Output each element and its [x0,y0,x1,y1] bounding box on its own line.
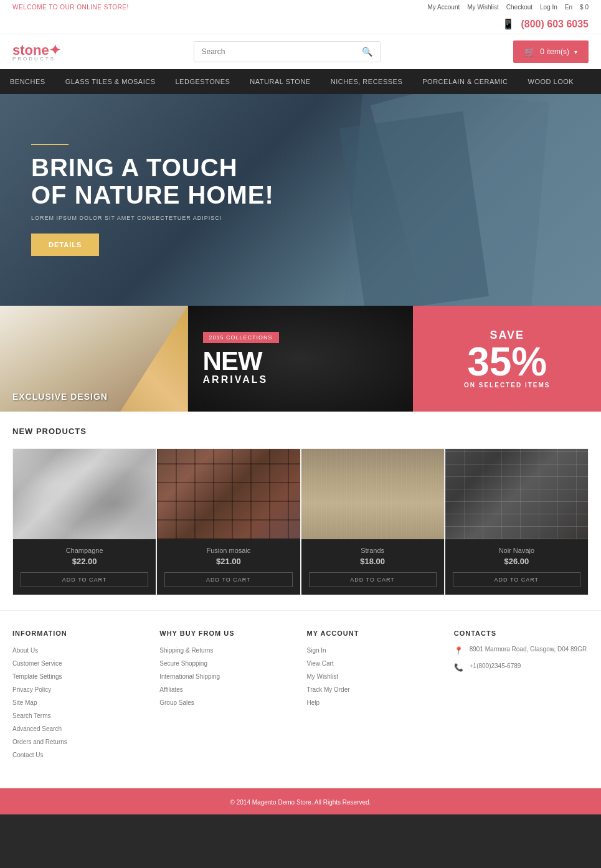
cart-label: 0 item(s) [540,47,569,56]
footer-link-privacy[interactable]: Privacy Policy [12,685,147,695]
footer: INFORMATION About Us Customer Service Te… [0,610,601,788]
phone-footer-icon: 📞 [454,663,463,672]
product-info-mosaic: Fusion mosaic $21.00 ADD TO CART [157,539,300,595]
footer-grid: INFORMATION About Us Customer Service Te… [12,630,589,763]
nav-item-wood[interactable]: WOOD LOOK [518,69,584,94]
footer-phone-item: 📞 +1(800)2345-6789 [454,663,589,672]
footer-link-orders[interactable]: Orders and Returns [12,737,147,747]
footer-link-viewcart[interactable]: View Cart [307,659,442,669]
phone-number: 📱 (800) 603 6035 [502,19,589,29]
footer-link-wishlist[interactable]: My Wishlist [307,672,442,682]
footer-link-customer[interactable]: Customer Service [12,659,147,669]
footer-my-account: MY ACCOUNT Sign In View Cart My Wishlist… [307,630,442,763]
product-card-noir: Noir Navajo $26.00 ADD TO CART [445,448,589,595]
promo-collections-tag: 2015 COLLECTIONS [203,332,279,343]
add-to-cart-strands[interactable]: ADD TO CART [309,572,437,587]
promo-exclusive[interactable]: EXCLUSIVE DESIGN [0,306,188,412]
products-grid: Champagne $22.00 ADD TO CART Fusion mosa… [12,448,589,595]
footer-link-contact[interactable]: Contact Us [12,750,147,760]
top-bar-right: My Account My Wishlist Checkout Log In E… [428,4,589,11]
footer-address-item: 📍 8901 Marmora Road, Glasgow, D04 89GR [454,646,589,655]
footer-link-signin[interactable]: Sign In [307,646,442,656]
copyright-text: © 2014 Magento Demo Store. All Rights Re… [230,799,371,806]
footer-bottom: © 2014 Magento Demo Store. All Rights Re… [0,788,601,814]
cart-icon: 🛒 [524,47,535,57]
footer-link-affiliates[interactable]: Affiliates [159,685,294,695]
product-image-mosaic [157,449,300,539]
product-name-strands: Strands [309,547,437,554]
footer-link-search-terms[interactable]: Search Terms [12,711,147,721]
product-img-noir [445,449,588,539]
hero-content: BRING A TOUCH OF NATURE HOME! LOREM IPSU… [0,119,305,281]
cart-button[interactable]: 🛒 0 item(s) ▾ [513,40,589,63]
nav-item-natural[interactable]: NATURAL STONE [240,69,320,94]
product-img-granite [13,449,156,539]
product-name-champagne: Champagne [21,547,148,554]
footer-link-secure[interactable]: Secure Shopping [159,659,294,669]
footer-link-group[interactable]: Group Sales [159,698,294,708]
product-image-strands [301,449,444,539]
footer-info-title: INFORMATION [12,630,147,637]
add-to-cart-noir[interactable]: ADD TO CART [453,572,580,587]
checkout-link[interactable]: Checkout [506,4,532,11]
header: stone✦ PRODUCTS 🔍 🛒 0 item(s) ▾ [0,34,601,69]
hero-details-button[interactable]: DETAILS [31,234,99,256]
logo-text: stone✦ [12,42,60,58]
footer-link-about[interactable]: About Us [12,646,147,656]
phone-bar: 📱 (800) 603 6035 [0,14,601,34]
search-bar[interactable]: 🔍 [194,41,381,62]
product-card-champagne: Champagne $22.00 ADD TO CART [12,448,156,595]
currency-selector[interactable]: $ 0 [580,4,589,11]
hero-line [31,144,69,145]
promo-new-title: NEW [203,348,262,374]
product-name-mosaic: Fusion mosaic [164,547,292,554]
cart-arrow-icon: ▾ [574,49,577,55]
nav-item-glass[interactable]: GLASS TILES & MOSAICS [55,69,166,94]
footer-address: 8901 Marmora Road, Glasgow, D04 89GR [470,646,587,653]
new-products-title: NEW PRODUCTS [12,427,589,436]
language-selector[interactable]: En [565,4,572,11]
hero-banner: BRING A TOUCH OF NATURE HOME! LOREM IPSU… [0,94,601,306]
footer-link-sitemap[interactable]: Site Map [12,698,147,708]
add-to-cart-champagne[interactable]: ADD TO CART [21,572,148,587]
promo-exclusive-label: EXCLUSIVE DESIGN [12,392,108,402]
footer-phone: +1(800)2345-6789 [470,663,521,669]
footer-why-title: WHY BUY FROM US [159,630,294,637]
product-info-noir: Noir Navajo $26.00 ADD TO CART [445,539,588,595]
footer-link-track[interactable]: Track My Order [307,685,442,695]
promo-sale[interactable]: SAVE 35% ON SELECTED ITEMS [413,306,601,412]
login-link[interactable]: Log In [540,4,557,11]
product-price-strands: $18.00 [309,557,437,566]
footer-link-shipping[interactable]: Shipping & Returns [159,646,294,656]
nav-item-benches[interactable]: BENCHES [0,69,55,94]
footer-why-buy: WHY BUY FROM US Shipping & Returns Secur… [159,630,294,763]
footer-account-title: MY ACCOUNT [307,630,442,637]
footer-link-international[interactable]: International Shipping [159,672,294,682]
footer-link-template[interactable]: Template Settings [12,672,147,682]
product-price-champagne: $22.00 [21,557,148,566]
footer-information: INFORMATION About Us Customer Service Te… [12,630,147,763]
product-name-noir: Noir Navajo [453,547,580,554]
top-bar: WELCOME TO OUR ONLINE STORE! My Account … [0,0,601,14]
welcome-text: WELCOME TO OUR ONLINE STORE! [12,4,129,11]
promo-row: EXCLUSIVE DESIGN 2015 COLLECTIONS NEW AR… [0,306,601,412]
footer-contacts-title: CONTACTS [454,630,589,637]
nav-item-niches[interactable]: NICHES, RECESSES [321,69,413,94]
my-account-link[interactable]: My Account [428,4,460,11]
footer-contacts: CONTACTS 📍 8901 Marmora Road, Glasgow, D… [454,630,589,763]
promo-new-arrivals[interactable]: 2015 COLLECTIONS NEW ARRIVALS [188,306,414,412]
hero-subtitle: LOREM IPSUM DOLOR SIT AMET CONSECTETUER … [31,215,274,221]
my-wishlist-link[interactable]: My Wishlist [467,4,499,11]
product-price-mosaic: $21.00 [164,557,292,566]
footer-link-help[interactable]: Help [307,698,442,708]
add-to-cart-mosaic[interactable]: ADD TO CART [164,572,292,587]
search-button[interactable]: 🔍 [354,42,380,62]
product-img-mosaic [157,449,300,539]
footer-link-advanced-search[interactable]: Advanced Search [12,724,147,734]
nav-item-ledgestones[interactable]: LEDGESTONES [165,69,240,94]
search-input[interactable] [194,42,354,61]
nav-item-porcelain[interactable]: PORCELAIN & CERAMIC [412,69,518,94]
logo[interactable]: stone✦ PRODUCTS [12,42,60,62]
promo-selected-items: ON SELECTED ITEMS [464,382,550,389]
promo-percent: 35% [467,342,547,382]
